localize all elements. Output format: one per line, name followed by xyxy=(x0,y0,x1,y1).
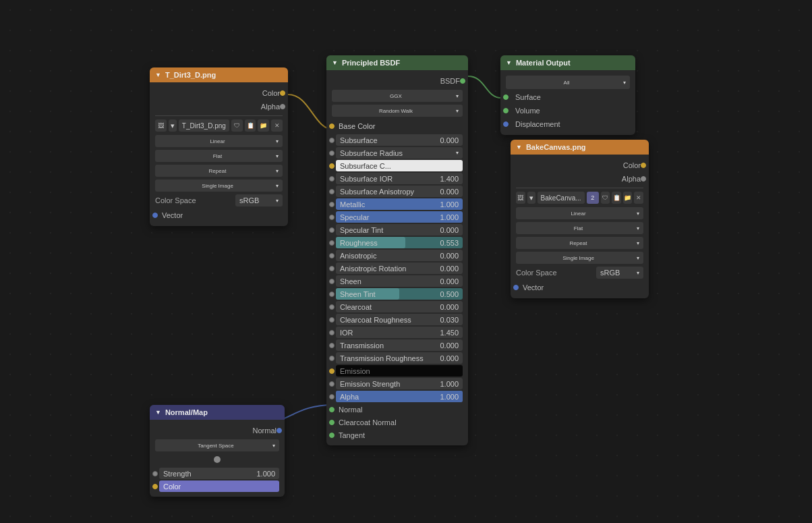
clearcoat-label: Clearcoat xyxy=(340,303,372,311)
nm-color-label: Color xyxy=(163,483,181,491)
metallic-bar[interactable]: Metallic 1.000 xyxy=(336,198,463,210)
normal-input-label: Normal xyxy=(332,406,362,414)
nm-color-preview-row xyxy=(155,453,279,466)
close-icon-btn[interactable]: ✕ xyxy=(271,119,283,132)
subsurface-aniso-label: Subsurface Anisotropy xyxy=(340,188,414,196)
chevron-down-icon4: ▾ xyxy=(276,183,279,189)
random-walk-dropdown[interactable]: Random Walk ▾ xyxy=(332,105,463,117)
roughness-bar[interactable]: Roughness 0.553 xyxy=(336,237,463,248)
clearcoat-bar[interactable]: Clearcoat 0.000 xyxy=(336,301,463,312)
specular-tint-socket xyxy=(329,227,335,233)
specular-bar[interactable]: Specular 1.000 xyxy=(336,211,463,223)
transmission-roughness-bar[interactable]: Transmission Roughness 0.000 xyxy=(336,352,463,364)
emission-swatch[interactable]: Emission xyxy=(336,365,463,377)
repeat-row: Repeat ▾ xyxy=(155,164,283,177)
nm-color-swatch[interactable]: Color xyxy=(159,480,279,492)
bake-extension-dropdown[interactable]: Flat ▾ xyxy=(516,222,643,234)
anisotropic-bar[interactable]: Anisotropic 0.000 xyxy=(336,250,463,261)
transmission-roughness-value: 0.000 xyxy=(440,354,459,362)
clearcoat-value: 0.000 xyxy=(440,303,459,311)
filename-field[interactable]: T_Dirt3_D.png xyxy=(179,119,229,132)
subsurface-radius-row: Subsurface Radius ▾ xyxy=(332,146,463,159)
transmission-roughness-label: Transmission Roughness xyxy=(340,354,424,362)
subsurface-color-swatch[interactable]: Subsurface C... xyxy=(336,160,463,171)
extension-dropdown[interactable]: Flat ▾ xyxy=(155,150,283,162)
sheen-tint-value: 0.500 xyxy=(440,290,459,298)
emission-strength-bar[interactable]: Emission Strength 1.000 xyxy=(336,378,463,389)
emission-strength-label: Emission Strength xyxy=(340,380,400,388)
specular-tint-bar[interactable]: Specular Tint 0.000 xyxy=(336,224,463,236)
bake-shield-icon-btn[interactable]: 🛡 xyxy=(601,192,610,204)
subsurface-aniso-bar[interactable]: Subsurface Anisotropy 0.000 xyxy=(336,186,463,197)
sheen-tint-bar[interactable]: Sheen Tint 0.500 xyxy=(336,288,463,300)
sheen-bar[interactable]: Sheen 0.000 xyxy=(336,275,463,287)
bake-image-icon-btn[interactable]: 🖼 xyxy=(516,192,525,204)
repeat-dropdown[interactable]: Repeat ▾ xyxy=(155,165,283,177)
color-space-dropdown[interactable]: sRGB ▾ xyxy=(235,194,283,207)
collapse-icon-bk[interactable]: ▼ xyxy=(516,144,522,150)
bake-close-icon-btn[interactable]: ✕ xyxy=(634,192,643,204)
subsurface-bar[interactable]: Subsurface 0.000 xyxy=(336,134,463,146)
ior-bar[interactable]: IOR 1.450 xyxy=(336,327,463,338)
subsurface-value: 0.000 xyxy=(440,136,459,144)
collapse-icon[interactable]: ▼ xyxy=(155,72,161,78)
subsurface-radius-bar[interactable]: Subsurface Radius ▾ xyxy=(336,147,463,159)
bake-vector-row: Vector xyxy=(516,281,643,294)
extension-value: Flat xyxy=(213,153,222,159)
collapse-icon-mo[interactable]: ▼ xyxy=(506,59,512,66)
shield-icon-btn[interactable]: 🛡 xyxy=(231,119,243,132)
bsdf-output-label: BSDF xyxy=(440,77,460,85)
ggx-dropdown[interactable]: GGX ▾ xyxy=(332,90,463,102)
clearcoat-normal-label: Clearcoat Normal xyxy=(332,418,397,426)
projection-dropdown[interactable]: Single Image ▾ xyxy=(155,180,283,192)
color-space-value-text: sRGB xyxy=(239,196,259,204)
chevron-rw: ▾ xyxy=(456,108,459,114)
transmission-bar[interactable]: Transmission 0.000 xyxy=(336,339,463,351)
alpha-output-socket xyxy=(280,104,285,109)
bake-file-dropdown-btn[interactable]: ▾ xyxy=(527,192,535,204)
all-dropdown[interactable]: All ▾ xyxy=(506,76,630,89)
bake-interpolation-dropdown[interactable]: Linear ▾ xyxy=(516,207,643,219)
metallic-label: Metallic xyxy=(340,200,365,209)
bsdf-output-socket xyxy=(460,78,465,84)
chevron-nm: ▾ xyxy=(272,443,275,449)
specular-tint-label: Specular Tint xyxy=(340,226,383,234)
displacement-label: Displacement xyxy=(509,120,560,128)
bake-vector-socket xyxy=(513,285,519,290)
bake-alpha-output-row: Alpha xyxy=(516,172,643,186)
bake-folder-icon-btn[interactable]: 📁 xyxy=(623,192,633,204)
file-row: 🖼 ▾ T_Dirt3_D.png 🛡 📋 📁 ✕ xyxy=(155,118,283,133)
bake-alpha-output-socket xyxy=(641,176,646,182)
ior-value: 1.450 xyxy=(440,329,459,337)
bake-extension-value: Flat xyxy=(574,225,583,231)
bake-copy-icon-btn[interactable]: 📋 xyxy=(612,192,621,204)
surface-label: Surface xyxy=(509,93,541,101)
copy-icon-btn[interactable]: 📋 xyxy=(245,119,256,132)
chevron-bk4: ▾ xyxy=(637,255,639,261)
bake-color-space-dropdown[interactable]: sRGB ▾ xyxy=(596,267,643,279)
nm-strength-bar[interactable]: Strength 1.000 xyxy=(159,468,279,479)
bake-vector-label: Vector xyxy=(516,283,544,292)
clearcoat-roughness-bar[interactable]: Clearcoat Roughness 0.030 xyxy=(336,314,463,325)
bake-badge[interactable]: 2 xyxy=(587,192,599,204)
folder-icon-btn[interactable]: 📁 xyxy=(258,119,269,132)
aniso-rotation-bar[interactable]: Anisotropic Rotation 0.000 xyxy=(336,263,463,274)
subsurface-ior-bar[interactable]: Subsurface IOR 1.400 xyxy=(336,173,463,184)
bake-filename-field[interactable]: BakeCanva... xyxy=(538,192,585,204)
bake-color-output-row: Color xyxy=(516,159,643,172)
bake-repeat-dropdown[interactable]: Repeat ▾ xyxy=(516,237,643,249)
bake-canvas-title: BakeCanvas.png xyxy=(526,143,586,151)
collapse-icon-p[interactable]: ▼ xyxy=(332,59,338,66)
image-icon-btn[interactable]: 🖼 xyxy=(155,119,167,132)
bake-projection-dropdown[interactable]: Single Image ▾ xyxy=(516,252,643,264)
interpolation-dropdown[interactable]: Linear ▾ xyxy=(155,135,283,147)
displacement-socket xyxy=(503,121,509,127)
vector-row: Vector xyxy=(155,209,283,222)
ggx-value: GGX xyxy=(390,93,402,99)
collapse-icon-nm[interactable]: ▼ xyxy=(155,409,161,416)
clearcoat-roughness-label: Clearcoat Roughness xyxy=(340,316,411,324)
specular-tint-value: 0.000 xyxy=(440,226,459,234)
nm-tangent-space-dropdown[interactable]: Tangent Space ▾ xyxy=(155,439,279,451)
alpha-bar[interactable]: Alpha 1.000 xyxy=(336,391,463,402)
file-dropdown-btn[interactable]: ▾ xyxy=(169,119,177,132)
